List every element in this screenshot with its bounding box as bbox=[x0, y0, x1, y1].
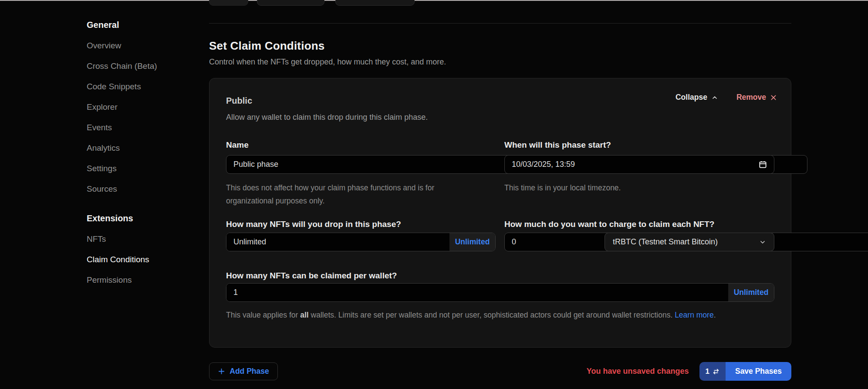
name-helper: This does not affect how your claim phas… bbox=[226, 181, 470, 207]
add-phase-button[interactable]: Add Phase bbox=[209, 362, 278, 380]
sidebar-item-events[interactable]: Events bbox=[87, 123, 191, 132]
sidebar-item-cross-chain[interactable]: Cross Chain (Beta) bbox=[87, 62, 191, 70]
claim-conditions-page: 0xeDc...7d0c9 Rootstock Blockscout Set C… bbox=[209, 0, 791, 389]
remove-label: Remove bbox=[736, 93, 766, 102]
per-wallet-input[interactable] bbox=[226, 284, 728, 301]
swap-arrows-icon bbox=[713, 368, 719, 375]
block-explorer-chip[interactable]: Rootstock Blockscout bbox=[335, 0, 415, 6]
save-phases-button[interactable]: Save Phases bbox=[726, 362, 791, 381]
start-helper: This time is in your local timezone. bbox=[504, 181, 748, 194]
add-phase-label: Add Phase bbox=[230, 367, 269, 376]
phase-start-datetime-input[interactable]: 10/03/2025, 13:59 bbox=[504, 155, 774, 174]
supply-input-group: Unlimited bbox=[226, 233, 496, 251]
sidebar-item-settings[interactable]: Settings bbox=[87, 164, 191, 173]
page-title: Set Claim Conditions bbox=[209, 39, 324, 53]
pending-transactions-count: 1 bbox=[706, 367, 709, 376]
sidebar-item-nfts[interactable]: NFTs bbox=[87, 235, 191, 243]
sidebar-section-extensions: Extensions bbox=[87, 213, 191, 223]
unsaved-changes-text: You have unsaved changes bbox=[587, 367, 689, 376]
save-phases-split-button: 1 Save Phases bbox=[699, 362, 792, 381]
collapse-button[interactable]: Collapse bbox=[675, 93, 718, 102]
calendar-icon[interactable] bbox=[759, 160, 767, 169]
sidebar-item-claim-conditions[interactable]: Claim Conditions bbox=[87, 255, 191, 264]
per-wallet-helper: This value applies for all wallets. Limi… bbox=[226, 308, 770, 321]
contract-address-chip[interactable]: 0xeDc...7d0c9 bbox=[257, 0, 324, 6]
phase-description: Allow any wallet to claim this drop duri… bbox=[226, 113, 428, 122]
page-subtitle: Control when the NFTs get dropped, how m… bbox=[209, 58, 446, 67]
per-wallet-label: How many NFTs can be claimed per wallet? bbox=[226, 271, 397, 281]
save-phases-label: Save Phases bbox=[735, 367, 782, 376]
chevron-down-icon bbox=[759, 239, 766, 246]
phase-title: Public bbox=[226, 96, 252, 106]
header-divider bbox=[209, 23, 791, 24]
sidebar-item-permissions[interactable]: Permissions bbox=[87, 276, 191, 284]
clipped-top-button[interactable] bbox=[209, 0, 248, 6]
claim-phase-card: Public Allow any wallet to claim this dr… bbox=[209, 78, 791, 348]
contract-sidebar: General Overview Cross Chain (Beta) Code… bbox=[87, 20, 191, 296]
contract-address-label: 0xeDc...7d0c9 bbox=[274, 0, 318, 0]
supply-unlimited-button[interactable]: Unlimited bbox=[449, 233, 495, 251]
per-wallet-helper-bold: all bbox=[300, 311, 308, 319]
currency-selected-option: tRBTC (Testnet Smart Bitcoin) bbox=[613, 237, 718, 247]
currency-select[interactable]: tRBTC (Testnet Smart Bitcoin) bbox=[605, 233, 774, 251]
supply-label: How many NFTs will you drop in this phas… bbox=[226, 220, 496, 229]
price-label: How much do you want to charge to claim … bbox=[504, 220, 774, 229]
learn-more-link[interactable]: Learn more bbox=[675, 311, 714, 319]
sidebar-item-sources[interactable]: Sources bbox=[87, 185, 191, 193]
collapse-label: Collapse bbox=[675, 93, 707, 102]
save-area: You have unsaved changes 1 Save Phases bbox=[587, 362, 791, 381]
phase-card-actions: Collapse Remove bbox=[675, 93, 777, 102]
sidebar-section-general: General bbox=[87, 20, 191, 30]
phase-start-value: 10/03/2025, 13:59 bbox=[512, 160, 575, 169]
sidebar-item-analytics[interactable]: Analytics bbox=[87, 144, 191, 152]
sidebar-item-overview[interactable]: Overview bbox=[87, 41, 191, 50]
per-wallet-input-group: Unlimited bbox=[226, 283, 774, 302]
per-wallet-unlimited-button[interactable]: Unlimited bbox=[728, 284, 774, 301]
plus-icon bbox=[218, 368, 225, 375]
start-label: When will this phase start? bbox=[504, 140, 774, 150]
name-label: Name bbox=[226, 140, 496, 150]
close-icon bbox=[770, 94, 777, 101]
sidebar-item-explorer[interactable]: Explorer bbox=[87, 103, 191, 111]
sidebar-item-code-snippets[interactable]: Code Snippets bbox=[87, 82, 191, 91]
block-explorer-label: Rootstock Blockscout bbox=[342, 0, 409, 0]
pending-transactions-button[interactable]: 1 bbox=[699, 362, 726, 381]
chevron-up-icon bbox=[711, 94, 718, 101]
remove-button[interactable]: Remove bbox=[736, 93, 777, 102]
supply-input[interactable] bbox=[226, 233, 449, 251]
